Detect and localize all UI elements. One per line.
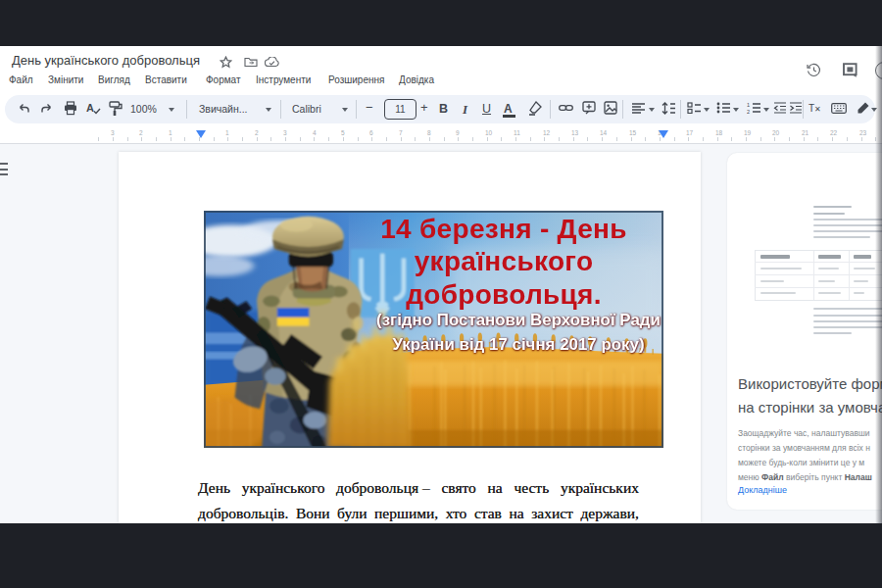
svg-text:1: 1: [747, 102, 750, 108]
svg-text:2: 2: [747, 109, 750, 115]
